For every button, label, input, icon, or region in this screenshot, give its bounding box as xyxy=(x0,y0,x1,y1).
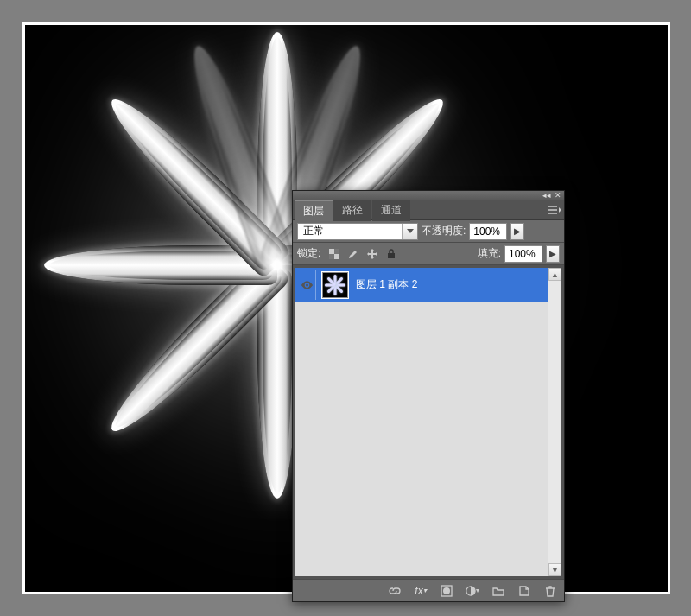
svg-rect-3 xyxy=(329,254,334,259)
opacity-input[interactable]: 100% xyxy=(469,223,507,240)
scroll-up-icon[interactable]: ▲ xyxy=(548,268,561,281)
fill-value: 100% xyxy=(509,248,536,260)
lock-label: 锁定: xyxy=(297,246,320,261)
layer-scrollbar[interactable]: ▲ ▼ xyxy=(548,268,561,576)
tab-layers[interactable]: 图层 xyxy=(295,200,333,222)
opacity-flyout-icon[interactable]: ▶ xyxy=(510,223,524,240)
layer-list: 图层 1 副本 2 ▲ ▼ xyxy=(295,268,561,576)
layer-row[interactable]: 图层 1 副本 2 xyxy=(295,268,548,302)
svg-rect-0 xyxy=(329,249,334,254)
tab-paths[interactable]: 路径 xyxy=(333,200,371,221)
layer-mask-icon[interactable] xyxy=(440,584,453,598)
lock-icons xyxy=(327,247,398,261)
blend-opacity-row: 正常 不透明度: 100% ▶ xyxy=(293,220,564,243)
blend-mode-dropdown[interactable]: 正常 xyxy=(297,223,418,240)
svg-rect-2 xyxy=(334,249,339,254)
svg-rect-4 xyxy=(388,253,395,258)
collapse-icon[interactable]: ◂◂ xyxy=(542,191,551,200)
new-layer-icon[interactable] xyxy=(517,584,531,598)
layer-name[interactable]: 图层 1 副本 2 xyxy=(356,277,417,292)
transparent-lock-icon[interactable] xyxy=(327,247,341,261)
panel-titlebar[interactable]: ◂◂ ✕ xyxy=(293,191,564,200)
trash-icon[interactable] xyxy=(543,584,557,598)
close-icon[interactable]: ✕ xyxy=(555,191,561,200)
layer-thumbnail[interactable] xyxy=(321,271,349,299)
opacity-value: 100% xyxy=(473,225,500,238)
tab-channels[interactable]: 通道 xyxy=(372,200,410,221)
opacity-label[interactable]: 不透明度: xyxy=(422,224,466,238)
blend-mode-value: 正常 xyxy=(298,224,402,238)
chevron-down-icon[interactable] xyxy=(402,224,417,239)
visibility-toggle[interactable] xyxy=(299,270,316,300)
layers-panel: ◂◂ ✕ 图层 路径 通道 正常 不透明度: 100% ▶ 锁定: xyxy=(292,190,565,602)
move-lock-icon[interactable] xyxy=(365,247,379,261)
link-layers-icon[interactable] xyxy=(388,584,402,598)
fill-label[interactable]: 填充: xyxy=(478,246,501,261)
adjustment-icon[interactable]: ▾ xyxy=(466,584,479,598)
panel-footer: fx▾ ▾ xyxy=(293,579,564,601)
svg-point-7 xyxy=(443,587,450,594)
lock-fill-row: 锁定: 填充: 100% ▶ xyxy=(293,243,564,265)
fill-input[interactable]: 100% xyxy=(504,245,542,263)
lock-all-icon[interactable] xyxy=(384,247,398,261)
panel-menu-icon[interactable] xyxy=(546,204,561,216)
panel-tabs: 图层 路径 通道 xyxy=(293,200,564,220)
group-icon[interactable] xyxy=(491,584,505,598)
svg-rect-1 xyxy=(334,254,339,259)
svg-point-5 xyxy=(306,283,308,286)
fill-flyout-icon[interactable]: ▶ xyxy=(546,245,560,263)
brush-lock-icon[interactable] xyxy=(346,247,360,261)
scroll-down-icon[interactable]: ▼ xyxy=(548,563,561,576)
fx-icon[interactable]: fx▾ xyxy=(414,584,428,598)
